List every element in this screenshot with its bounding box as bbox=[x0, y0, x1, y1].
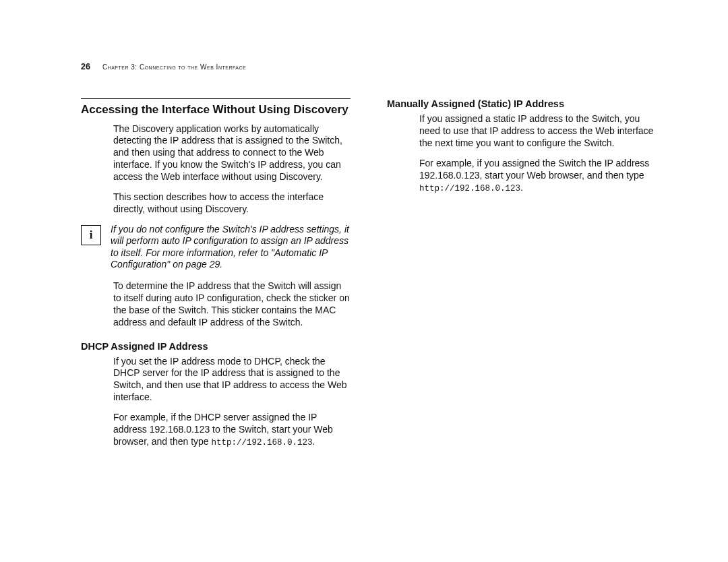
note-block: i If you do not configure the Switch's I… bbox=[81, 224, 351, 271]
right-column: Manually Assigned (Static) IP Address If… bbox=[387, 98, 657, 456]
content-columns: Accessing the Interface Without Using Di… bbox=[81, 98, 657, 456]
subsection-title-static: Manually Assigned (Static) IP Address bbox=[387, 98, 657, 109]
page-number: 26 bbox=[81, 62, 90, 71]
chapter-label: Chapter 3: Connecting to the Web Interfa… bbox=[102, 63, 246, 71]
note-text: If you do not configure the Switch's IP … bbox=[111, 224, 351, 271]
section-rule bbox=[81, 98, 351, 99]
paragraph: For example, if the DHCP server assigned… bbox=[113, 412, 351, 448]
text-run: For example, if you assigned the Switch … bbox=[419, 158, 649, 181]
page: 26 Chapter 3: Connecting to the Web Inte… bbox=[0, 0, 728, 562]
paragraph: If you set the IP address mode to DHCP, … bbox=[113, 356, 351, 404]
text-run: . bbox=[520, 182, 523, 193]
subsection-title-dhcp: DHCP Assigned IP Address bbox=[81, 341, 351, 352]
section-title: Accessing the Interface Without Using Di… bbox=[81, 103, 351, 117]
url-text: http://192.168.0.123 bbox=[212, 438, 313, 447]
paragraph: This section describes how to access the… bbox=[113, 191, 351, 216]
paragraph: To determine the IP address that the Swi… bbox=[113, 280, 351, 329]
url-text: http://192.168.0.123 bbox=[419, 184, 520, 193]
info-icon: i bbox=[81, 225, 101, 245]
text-run: . bbox=[313, 436, 315, 447]
running-header: 26 Chapter 3: Connecting to the Web Inte… bbox=[81, 62, 657, 71]
paragraph: If you assigned a static IP address to t… bbox=[419, 113, 657, 150]
paragraph: For example, if you assigned the Switch … bbox=[419, 158, 657, 194]
paragraph: The Discovery application works by autom… bbox=[113, 123, 351, 184]
left-column: Accessing the Interface Without Using Di… bbox=[81, 98, 351, 456]
